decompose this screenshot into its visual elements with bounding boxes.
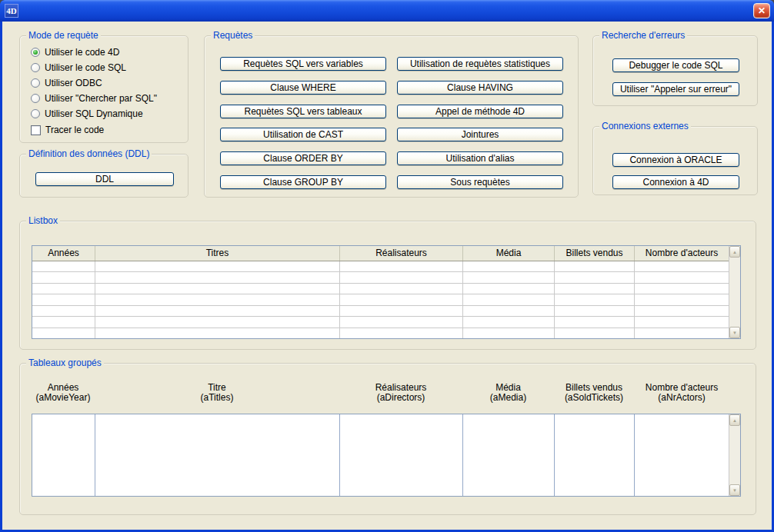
listbox-cell[interactable] — [555, 261, 635, 271]
listbox-row[interactable] — [32, 294, 729, 305]
listbox-column-header[interactable]: Réalisateurs — [340, 246, 463, 261]
btn-clause-having[interactable]: Clause HAVING — [397, 81, 563, 95]
listbox-row[interactable] — [32, 284, 729, 294]
btn-on-err-call[interactable]: Utiliser "Appeler sur erreur" — [612, 82, 739, 96]
listbox-cell[interactable] — [635, 294, 729, 304]
listbox-cell[interactable] — [463, 272, 555, 282]
listbox-cell[interactable] — [32, 306, 95, 316]
listbox-cell[interactable] — [463, 328, 555, 338]
listbox-row[interactable] — [32, 261, 729, 272]
listbox-column-header[interactable]: Billets vendus — [555, 246, 635, 261]
listbox-cell[interactable] — [95, 261, 340, 271]
btn-ddl[interactable]: DDL — [35, 172, 174, 186]
grouped-array-list[interactable] — [95, 414, 340, 496]
listbox-row[interactable] — [32, 306, 729, 317]
listbox-cell[interactable] — [95, 272, 340, 282]
btn-connect-4d[interactable]: Connexion à 4D — [612, 175, 739, 189]
listbox-cell[interactable] — [635, 284, 729, 294]
listbox-cell[interactable] — [555, 328, 635, 338]
listbox-cell[interactable] — [32, 284, 95, 294]
group-ddl: Définition des données (DDL) DDL — [19, 154, 188, 198]
listbox-cell[interactable] — [95, 306, 340, 316]
listbox-cell[interactable] — [463, 284, 555, 294]
listbox-cell[interactable] — [463, 317, 555, 327]
close-icon: ✕ — [758, 5, 766, 16]
listbox-cell[interactable] — [32, 294, 95, 304]
scroll-up-button[interactable]: ▲ — [729, 246, 740, 258]
listbox-row[interactable] — [32, 328, 729, 338]
listbox-cell[interactable] — [635, 272, 729, 282]
listbox-cell[interactable] — [555, 272, 635, 282]
radio-option-use-sql-code[interactable]: Utiliser le code SQL — [31, 60, 126, 75]
grouped-array-list[interactable] — [340, 414, 463, 496]
listbox-cell[interactable] — [340, 284, 463, 294]
radio-option-use-4d-code[interactable]: Utiliser le code 4D — [31, 45, 119, 60]
listbox-cell[interactable] — [340, 317, 463, 327]
grouped-array-list[interactable] — [32, 414, 95, 496]
grouped-arrays-scrollbar[interactable]: ▲ ▼ — [729, 414, 740, 496]
listbox-row[interactable] — [32, 317, 729, 328]
btn-sql-queries-to-arrays[interactable]: Requètes SQL vers tableaux — [220, 105, 386, 118]
listbox-cell[interactable] — [340, 261, 463, 271]
listbox-cell[interactable] — [635, 317, 729, 327]
listbox-cell[interactable] — [95, 317, 340, 327]
listbox-cell[interactable] — [555, 317, 635, 327]
btn-debug-sql-code[interactable]: Debugger le code SQL — [612, 58, 739, 72]
listbox-cell[interactable] — [555, 284, 635, 294]
listbox-cell[interactable] — [32, 272, 95, 282]
btn-clause-where[interactable]: Clause WHERE — [220, 81, 386, 95]
btn-sql-queries-to-variables[interactable]: Requètes SQL vers variables — [220, 57, 386, 71]
btn-alias-usage[interactable]: Utilisation d'alias — [397, 151, 563, 165]
listbox-cell[interactable] — [32, 261, 95, 271]
listbox-cell[interactable] — [340, 294, 463, 304]
radio-option-dynamic-sql[interactable]: Utiliser SQL Dynamique — [31, 106, 143, 121]
checkbox-icon — [31, 125, 41, 135]
listbox-cell[interactable] — [95, 294, 340, 304]
grouped-array-list[interactable] — [555, 414, 635, 496]
listbox-cell[interactable] — [463, 306, 555, 316]
listbox-row[interactable] — [32, 272, 729, 283]
listbox-cell[interactable] — [32, 317, 95, 327]
btn-clause-group-by[interactable]: Clause GROUP BY — [220, 175, 386, 189]
scroll-up-button[interactable]: ▲ — [729, 414, 740, 426]
scrollbar-track[interactable] — [729, 426, 740, 484]
listbox-cell[interactable] — [635, 328, 729, 338]
btn-joins[interactable]: Jointures — [397, 128, 563, 141]
listbox-cell[interactable] — [463, 294, 555, 304]
listbox-cell[interactable] — [340, 328, 463, 338]
grouped-column-header: Billets vendus(aSoldTickets) — [554, 383, 634, 403]
listbox-cell[interactable] — [32, 328, 95, 338]
listbox-cell[interactable] — [555, 294, 635, 304]
radio-option-query-by-sql[interactable]: Utiliser "Chercher par SQL" — [31, 91, 157, 106]
listbox-scrollbar[interactable]: ▲ ▼ — [729, 246, 740, 338]
listbox-column-header[interactable]: Média — [463, 246, 555, 261]
btn-4d-method-call[interactable]: Appel de méthode 4D — [397, 105, 563, 118]
group-listbox: Listbox Années Titres Réalisateurs Média… — [19, 221, 756, 350]
radio-icon — [31, 94, 40, 103]
listbox-cell[interactable] — [463, 261, 555, 271]
radio-option-use-odbc[interactable]: Utiliser ODBC — [31, 75, 102, 91]
grouped-array-list[interactable] — [463, 414, 555, 496]
listbox-column-header[interactable]: Titres — [95, 246, 340, 261]
btn-connect-oracle[interactable]: Connexion à ORACLE — [612, 153, 739, 167]
trace-code-checkbox[interactable]: Tracer le code — [31, 122, 104, 138]
listbox-column-header[interactable]: Nombre d'acteurs — [635, 246, 729, 261]
scrollbar-track[interactable] — [729, 258, 740, 327]
listbox-cell[interactable] — [340, 272, 463, 282]
scroll-down-button[interactable]: ▼ — [729, 484, 740, 496]
btn-statistical-queries[interactable]: Utilisation de requètes statistiques — [397, 57, 563, 71]
btn-subqueries[interactable]: Sous requètes — [397, 175, 563, 189]
group-external-connections: Connexions externes Connexion à ORACLE C… — [592, 126, 758, 195]
scroll-down-button[interactable]: ▼ — [729, 327, 740, 338]
listbox-cell[interactable] — [635, 306, 729, 316]
grouped-array-list[interactable] — [635, 414, 729, 496]
listbox-cell[interactable] — [95, 284, 340, 294]
listbox-cell[interactable] — [635, 261, 729, 271]
listbox-cell[interactable] — [95, 328, 340, 338]
listbox-cell[interactable] — [555, 306, 635, 316]
btn-clause-order-by[interactable]: Clause ORDER BY — [220, 151, 386, 165]
btn-use-cast[interactable]: Utilisation de CAST — [220, 128, 386, 141]
listbox-cell[interactable] — [340, 306, 463, 316]
close-button[interactable]: ✕ — [753, 3, 770, 18]
listbox-column-header[interactable]: Années — [32, 246, 95, 261]
